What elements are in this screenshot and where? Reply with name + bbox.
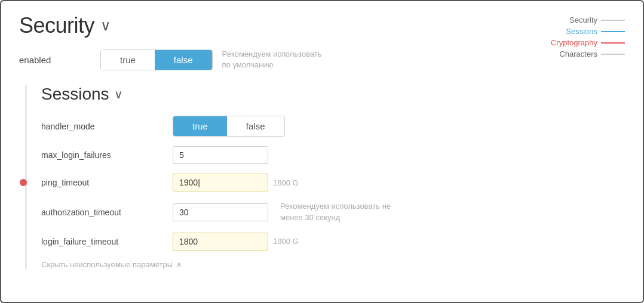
page-title-row: Security ∨ [19,13,625,38]
max-login-failures-row: max_login_failures [41,146,625,164]
ping-timeout-ghost: 1800 G [273,178,299,187]
handler-mode-row: handler_mode true false [41,116,625,137]
nav-item-security[interactable]: Security [569,16,625,24]
max-login-failures-input[interactable] [173,146,268,164]
ping-timeout-error-dot [20,179,27,186]
login-failure-timeout-input[interactable] [173,233,268,251]
handler-mode-true-button[interactable]: true [173,116,227,136]
max-login-failures-label: max_login_failures [41,150,161,160]
main-content: Security Sessions Cryptography Character… [1,1,643,281]
enabled-label: enabled [19,55,91,65]
ping-timeout-label: ping_timeout [41,178,161,187]
app-window: Security Sessions Cryptography Character… [0,0,644,303]
login-failure-timeout-label: login_failure_timeout [41,237,161,246]
handler-mode-false-button[interactable]: false [227,116,284,136]
authorization-timeout-control [173,203,268,221]
enabled-hint: Рекомендуем использоватьпо умолчанию [222,49,322,70]
enabled-row: enabled true false Рекомендуем использов… [19,49,625,70]
nav-item-characters[interactable]: Characters [559,50,625,58]
nav-line-security [601,20,625,21]
nav-item-cryptography[interactable]: Cryptography [551,38,625,47]
handler-mode-control: true false [173,116,285,137]
page-title-chevron[interactable]: ∨ [100,17,111,34]
sessions-title: Sessions [41,85,109,104]
nav-item-sessions[interactable]: Sessions [566,27,625,36]
handler-mode-label: handler_mode [41,122,161,131]
nav-line-cryptography [601,42,625,44]
sessions-chevron[interactable]: ∨ [114,87,123,101]
login-failure-timeout-control: 1900 G [173,233,299,251]
ping-timeout-input[interactable] [173,174,268,191]
sessions-title-row: Sessions ∨ [41,85,625,104]
authorization-timeout-hint: Рекомендуем использовать неменее 30 секу… [280,201,391,222]
nav-line-characters [601,54,625,55]
hide-unused-chevron: ∧ [176,260,182,269]
enabled-false-button[interactable]: false [155,50,212,70]
ping-timeout-control: 1800 G [173,174,299,191]
enabled-true-button[interactable]: true [101,50,155,70]
top-nav: Security Sessions Cryptography Character… [551,16,625,58]
authorization-timeout-label: authorization_timeout [41,208,161,217]
nav-line-sessions [601,31,625,32]
authorization-timeout-row: authorization_timeout Рекомендуем исполь… [41,201,625,222]
handler-mode-toggle: true false [173,116,285,137]
login-failure-timeout-row: login_failure_timeout 1900 G [41,233,625,251]
login-failure-timeout-ghost: 1900 G [273,237,299,246]
hide-unused-row[interactable]: Скрыть неиспользуемые параметры ∧ [41,260,625,269]
sessions-section: Sessions ∨ handler_mode true false max_l… [25,85,625,268]
hide-unused-label: Скрыть неиспользуемые параметры [41,260,173,269]
max-login-failures-control [173,146,268,164]
authorization-timeout-input[interactable] [173,203,268,221]
page-title: Security [19,13,94,38]
ping-timeout-row: ping_timeout 1800 G [41,174,625,191]
enabled-toggle-group: true false [100,50,213,70]
